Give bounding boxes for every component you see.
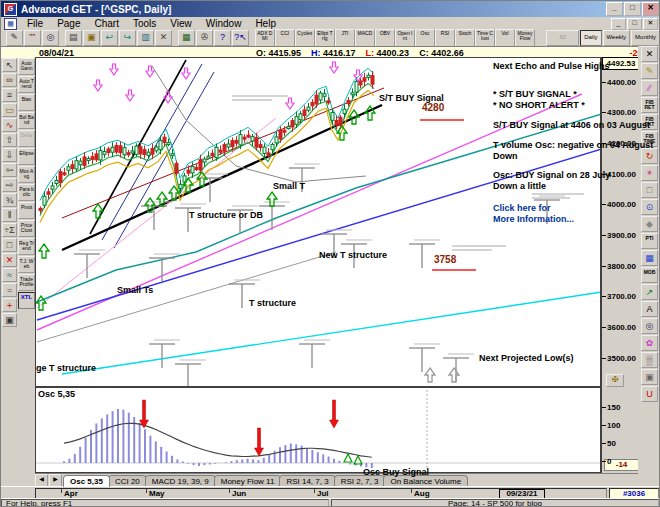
study-auto-trend[interactable]: Auto Trend: [18, 76, 35, 93]
timeframe-daily[interactable]: Daily: [580, 30, 601, 46]
study-bias[interactable]: Bias: [18, 94, 35, 111]
copy-tool-icon[interactable]: ▣: [641, 369, 658, 385]
mob-button[interactable]: MOB: [641, 267, 658, 283]
delete-page-icon[interactable]: ✕: [155, 30, 172, 46]
scroll-up-icon[interactable]: ⇧: [2, 133, 17, 147]
report-icon[interactable]: ↗: [641, 284, 658, 300]
box-select-icon[interactable]: □: [2, 238, 17, 252]
select-pointer-icon[interactable]: ↖: [2, 58, 17, 72]
scroll-right-icon[interactable]: ⇨: [2, 178, 17, 192]
study-t-j-web[interactable]: T.J. Web: [18, 256, 35, 273]
study-button-jti[interactable]: JTI: [335, 29, 355, 47]
fib-extension-button[interactable]: FIB EXT: [641, 114, 658, 130]
study-auto-gann[interactable]: Auto Gann: [18, 58, 35, 75]
table-icon[interactable]: ▦: [641, 250, 658, 266]
waves-icon[interactable]: ≈: [2, 268, 17, 282]
remove-lines-icon[interactable]: ✕: [2, 253, 17, 267]
copy-page-icon[interactable]: ▥: [137, 30, 154, 46]
study-button-adx-dmi[interactable]: ADX DMI: [255, 29, 275, 47]
open-page-icon[interactable]: ▣: [83, 30, 100, 46]
minimize-button[interactable]: _: [606, 2, 623, 16]
study-button-time-clust[interactable]: Time Clust: [475, 29, 495, 47]
box-tool-icon[interactable]: □: [641, 182, 658, 198]
study-button-ellipt-trig[interactable]: Ellipt Trig: [315, 29, 335, 47]
snap-grid-icon[interactable]: ▒: [641, 352, 658, 368]
timeframe-monthly[interactable]: Monthly: [631, 30, 660, 46]
prev-page-icon[interactable]: ↩: [101, 30, 118, 46]
menu-help[interactable]: Help: [248, 18, 283, 29]
print-icon[interactable]: ✇: [196, 30, 213, 46]
study-button-rsi[interactable]: RSI: [435, 29, 455, 47]
study-button-cci[interactable]: CCI: [275, 29, 295, 47]
study-button-open-int[interactable]: Open Int: [395, 29, 415, 47]
study-button-macd[interactable]: MACD: [355, 29, 375, 47]
study-reg-trend[interactable]: Reg Trend: [18, 238, 35, 255]
ellipse-tool-icon[interactable]: ⊙: [641, 199, 658, 215]
gann-wheel-icon[interactable]: ↻: [641, 148, 658, 164]
timeframe-weekly[interactable]: Weekly: [603, 30, 631, 46]
quotes-icon[interactable]: ””: [24, 30, 41, 46]
text-tool-icon[interactable]: A: [641, 301, 658, 317]
properties-icon[interactable]: ▣: [2, 313, 17, 327]
study-button-osc[interactable]: Osc: [415, 29, 435, 47]
menu-view[interactable]: View: [163, 18, 199, 29]
chart-icon[interactable]: ▦: [178, 30, 195, 46]
study-button-obv[interactable]: OBV: [375, 29, 395, 47]
menu-page[interactable]: Page: [50, 18, 87, 29]
oscillator-axis[interactable]: -14 150100500: [601, 387, 639, 473]
tab-osc-5-35[interactable]: Osc 5,35: [63, 475, 110, 487]
help-icon[interactable]: ?: [214, 30, 231, 46]
pencil-tool-icon[interactable]: ✎: [641, 63, 658, 79]
study-ellipse[interactable]: Ellipse: [18, 148, 35, 165]
maximize-button[interactable]: □: [624, 2, 641, 16]
oscillator-panel[interactable]: [35, 387, 601, 473]
menu-tools[interactable]: Tools: [126, 18, 163, 29]
chart-window-icon[interactable]: ▦: [4, 18, 17, 30]
study-button-money-flow[interactable]: Money Flow: [515, 29, 535, 47]
fib-retrace-button[interactable]: FIB RET: [641, 97, 658, 113]
mdi-restore-button[interactable]: □: [627, 18, 642, 30]
elliott-wave-icon[interactable]: ∿: [2, 118, 17, 132]
study-button-cycles[interactable]: Cycles: [295, 29, 315, 47]
bar-ratio-icon[interactable]: ¾: [2, 193, 17, 207]
fib-time-button[interactable]: FIB TIME: [641, 131, 658, 147]
scroll-down-icon[interactable]: ⇩: [2, 148, 17, 162]
eraser-icon[interactable]: ▭: [2, 103, 17, 117]
scroll-left-icon[interactable]: ⇦: [2, 163, 17, 177]
mdi-close-button[interactable]: ✕: [643, 18, 658, 30]
zoom-tool-icon[interactable]: ◎: [641, 318, 658, 334]
colors-icon[interactable]: ✿: [641, 335, 658, 351]
study-delta[interactable]: Delta: [18, 130, 35, 147]
delete-tool-icon[interactable]: ✕: [641, 46, 658, 62]
pti-button[interactable]: PTI: [641, 233, 658, 249]
timeframe-60-minute[interactable]: 60 Minute: [546, 30, 579, 46]
study-trade-profile[interactable]: Trade Profile: [18, 274, 35, 291]
trendline-tool-icon[interactable]: ∕∕: [641, 80, 658, 96]
trendline-set-icon[interactable]: ＝: [2, 283, 17, 297]
study-button-stoch[interactable]: Stoch: [455, 29, 475, 47]
pin-icon[interactable]: ✎: [6, 30, 23, 46]
study-xtl[interactable]: XTL: [18, 292, 35, 309]
next-page-icon[interactable]: ↪: [119, 30, 136, 46]
price-axis[interactable]: 4492.53 ✠ 4400.004300.004200.004100.0040…: [601, 57, 639, 387]
menu-file[interactable]: File: [20, 18, 50, 29]
menu-window[interactable]: Window: [199, 18, 249, 29]
expansion-icon[interactable]: ◆: [641, 216, 658, 232]
study-pivot[interactable]: Pivot: [18, 202, 35, 219]
study-bol-band[interactable]: Bol Band: [18, 112, 35, 129]
menu-chart[interactable]: Chart: [87, 18, 125, 29]
search-icon[interactable]: ◎: [42, 30, 59, 46]
fan-lines-icon[interactable]: ✴: [641, 165, 658, 181]
close-button[interactable]: ✕: [642, 2, 659, 16]
undo-button[interactable]: U: [641, 386, 658, 402]
price-chart-panel[interactable]: 42803758: [35, 57, 601, 387]
formula-icon[interactable]: ÷Σ: [2, 223, 17, 237]
binoculars-icon[interactable]: ∞: [2, 73, 17, 87]
mdi-minimize-button[interactable]: _: [611, 18, 626, 30]
study-mov-avg[interactable]: Mov Avg: [18, 166, 35, 183]
study-price-clust[interactable]: Price Clust: [18, 220, 35, 237]
quick-study-icon[interactable]: ≡: [2, 88, 17, 102]
context-help-icon[interactable]: ?↖: [232, 30, 249, 46]
study-button-vol[interactable]: Vol: [495, 29, 515, 47]
new-page-icon[interactable]: ▤: [65, 30, 82, 46]
